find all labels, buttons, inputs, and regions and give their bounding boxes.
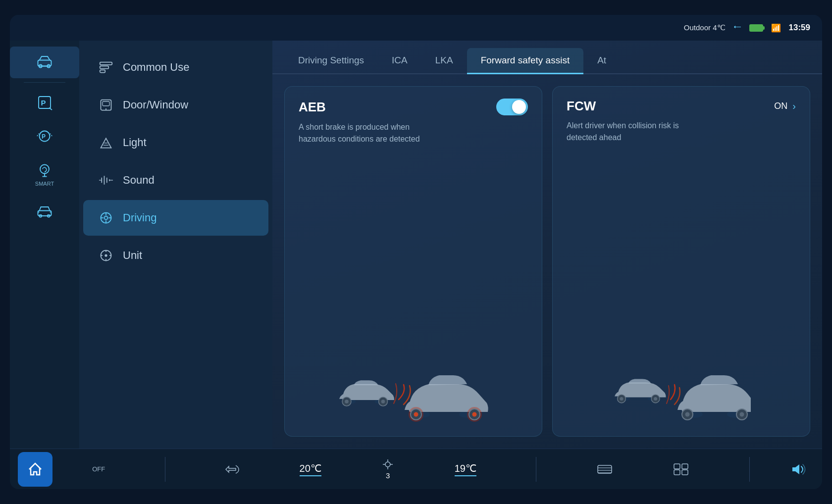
fcw-on-label: ON — [774, 101, 787, 111]
aeb-card-header: AEB — [299, 99, 528, 115]
main-screen: Outdoor 4℃ ⭠ 📶 13:59 — [10, 15, 822, 489]
content-area: Driving Settings ICA LKA Forward safety … — [272, 41, 822, 449]
ac-off-label: OFF — [92, 465, 105, 473]
bluetooth-icon: ⭠ — [733, 23, 741, 32]
nav-item-vehicle[interactable] — [10, 196, 79, 227]
svg-rect-76 — [674, 464, 680, 469]
svg-point-66 — [739, 412, 744, 417]
nav-sidebar: P P SMART — [10, 41, 79, 449]
home-button[interactable] — [18, 452, 52, 487]
svg-point-36 — [104, 254, 107, 256]
aeb-description: A short brake is produced when hazardous… — [299, 121, 437, 145]
menu-item-unit[interactable]: Unit — [83, 238, 268, 273]
svg-point-46 — [381, 400, 385, 403]
fcw-card-header: FCW ON › — [567, 99, 796, 114]
nav-item-smart[interactable]: SMART — [10, 154, 79, 194]
svg-point-30 — [104, 216, 108, 220]
svg-point-51 — [414, 412, 418, 417]
main-area: P P SMART — [10, 41, 822, 449]
tabs-bar: Driving Settings ICA LKA Forward safety … — [272, 41, 822, 74]
svg-rect-78 — [674, 470, 680, 475]
rear-defrost-control[interactable] — [596, 462, 613, 476]
menu-label-door-window: Door/Window — [123, 99, 188, 111]
nav-divider-1 — [24, 82, 65, 83]
tab-at[interactable]: At — [583, 48, 620, 74]
aeb-toggle-knob — [512, 100, 526, 114]
smart-label: SMART — [35, 181, 54, 187]
bottom-divider-2 — [536, 457, 536, 482]
menu-item-common-use[interactable]: Common Use — [83, 50, 268, 85]
tab-forward-safety[interactable]: Forward safety assist — [467, 48, 584, 74]
nav-item-park-assist[interactable]: P — [10, 120, 79, 152]
outdoor-temp: Outdoor 4℃ — [684, 23, 726, 32]
aeb-toggle[interactable] — [496, 99, 528, 115]
svg-rect-79 — [682, 470, 688, 475]
aeb-illustration — [299, 149, 528, 424]
fan-left-control[interactable] — [225, 463, 240, 475]
svg-rect-72 — [598, 465, 612, 473]
fcw-description: Alert driver when collision risk is dete… — [567, 120, 705, 144]
svg-rect-18 — [103, 101, 109, 106]
svg-point-8 — [40, 165, 49, 174]
aeb-title: AEB — [299, 100, 326, 115]
bottom-divider-1 — [165, 457, 165, 482]
fan-speed-label: 3 — [386, 471, 390, 480]
tab-ica[interactable]: ICA — [378, 48, 421, 74]
status-bar: Outdoor 4℃ ⭠ 📶 13:59 — [10, 15, 822, 41]
clock: 13:59 — [789, 23, 810, 33]
menu-label-driving: Driving — [123, 211, 156, 224]
battery-icon — [749, 24, 763, 32]
menu-label-light: Light — [123, 136, 147, 149]
nav-item-car[interactable] — [10, 47, 79, 78]
menu-item-light[interactable]: Light — [83, 125, 268, 160]
svg-rect-15 — [100, 66, 109, 68]
nav-item-parking[interactable]: P — [10, 87, 79, 118]
svg-point-64 — [685, 412, 689, 417]
tab-driving-settings[interactable]: Driving Settings — [284, 48, 378, 74]
svg-point-67 — [385, 462, 390, 467]
fcw-card: FCW ON › Alert driver when collision ris… — [552, 86, 810, 437]
svg-rect-16 — [100, 70, 105, 72]
fcw-status[interactable]: ON › — [774, 101, 796, 112]
menu-label-common-use: Common Use — [123, 61, 189, 74]
right-temp[interactable]: 19℃ — [455, 462, 476, 476]
fan-speed-control[interactable]: 3 — [381, 458, 395, 480]
ac-off-control[interactable]: OFF — [92, 465, 105, 473]
fcw-illustration — [567, 148, 796, 424]
volume-control[interactable] — [789, 462, 814, 476]
fcw-chevron-icon: › — [792, 101, 796, 112]
menu-panel: Common Use Door/Window Light — [79, 41, 272, 449]
svg-point-60 — [654, 397, 657, 401]
svg-rect-14 — [100, 62, 112, 65]
svg-text:P: P — [41, 99, 46, 107]
fcw-title: FCW — [567, 99, 596, 114]
bottom-divider-3 — [749, 457, 750, 482]
svg-rect-77 — [682, 464, 688, 469]
svg-point-54 — [472, 412, 476, 417]
left-temp[interactable]: 20℃ — [300, 462, 321, 476]
wifi-icon: 📶 — [771, 23, 781, 33]
menu-label-unit: Unit — [123, 249, 142, 262]
svg-text:P: P — [42, 133, 46, 140]
menu-item-driving[interactable]: Driving — [83, 200, 268, 236]
aeb-card: AEB A short brake is produced when hazar… — [284, 86, 542, 437]
svg-point-58 — [620, 397, 623, 401]
bottom-bar: OFF 20℃ 3 19℃ — [10, 449, 822, 489]
menu-item-door-window[interactable]: Door/Window — [83, 87, 268, 123]
tab-lka[interactable]: LKA — [421, 48, 467, 74]
menu-item-sound[interactable]: Sound — [83, 162, 268, 198]
svg-point-44 — [345, 400, 349, 403]
menu-label-sound: Sound — [123, 174, 155, 187]
grid-control[interactable] — [673, 462, 689, 476]
cards-area: AEB A short brake is produced when hazar… — [272, 74, 822, 449]
bottom-controls: OFF 20℃ 3 19℃ — [52, 457, 789, 482]
